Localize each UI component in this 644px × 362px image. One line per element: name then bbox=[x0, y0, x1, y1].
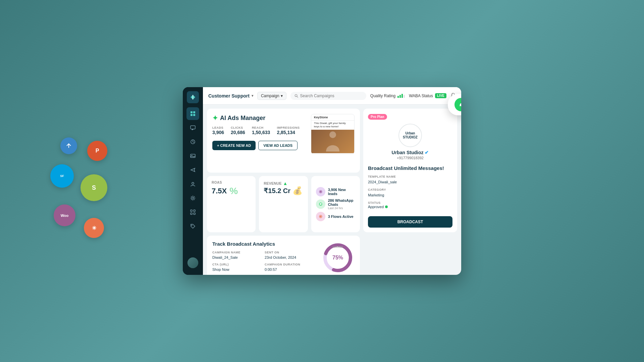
svg-rect-5 bbox=[193, 114, 195, 116]
wa-icon-large bbox=[454, 98, 461, 111]
analytics-card: Track Broadcast Analytics CAMPAIGN NAME … bbox=[207, 236, 360, 275]
sidebar-item-settings[interactable] bbox=[186, 192, 199, 204]
sidebar-item-tags[interactable] bbox=[186, 220, 199, 233]
broadcast-button[interactable]: BROADCAST bbox=[368, 216, 452, 228]
whatsapp-chats-icon bbox=[316, 199, 325, 209]
sent-on-item: SENT ON 23rd October, 2024 bbox=[265, 251, 314, 260]
search-input[interactable] bbox=[300, 94, 362, 98]
sidebar-item-broadcast[interactable] bbox=[186, 164, 199, 176]
category-info: CATEGORY Marketing bbox=[368, 188, 452, 198]
clicks-label: CLICKS bbox=[231, 126, 245, 129]
ad-preview-footer: Find your dream home WhatsApp bbox=[311, 153, 354, 154]
template-name-label: TEMPLATE NAME bbox=[368, 175, 452, 178]
ai-ads-stats: LEADS 3,906 CLICKS 20,686 REACH 1,50,633 bbox=[212, 126, 306, 135]
brand-logo-container: UrbanSTUDIOZ bbox=[368, 124, 452, 147]
title-dropdown-icon[interactable]: ▾ bbox=[252, 94, 253, 98]
cta-label: CTA (URL) bbox=[212, 263, 262, 266]
sidebar-item-media[interactable] bbox=[186, 149, 199, 162]
clicks-value: 20,686 bbox=[231, 130, 245, 135]
sent-on-label: SENT ON bbox=[265, 251, 314, 254]
stat-leads: LEADS 3,906 bbox=[212, 126, 224, 135]
reach-value: 1,50,633 bbox=[252, 130, 270, 135]
roas-percent-symbol: % bbox=[229, 186, 238, 196]
svg-point-11 bbox=[192, 197, 194, 199]
sent-on-value: 23rd October, 2024 bbox=[265, 255, 296, 259]
header: Customer Support ▾ Campaign ▾ Quality Ra… bbox=[203, 87, 461, 105]
flows-active: 3 Flows Active bbox=[328, 215, 354, 219]
activity-card: 3,906 New leads 286 WhatsA bbox=[311, 176, 360, 233]
sidebar-item-history[interactable] bbox=[186, 135, 199, 148]
roas-card: ROAS 7.5X % bbox=[207, 176, 256, 233]
ai-ads-buttons: + CREATE NEW AD VIEW AD LEADS bbox=[212, 141, 306, 150]
impressions-label: IMPRESSIONS bbox=[277, 126, 300, 129]
cta-value: Shop Now bbox=[212, 267, 229, 272]
svg-rect-13 bbox=[194, 210, 195, 212]
svg-point-16 bbox=[192, 225, 193, 226]
ad-preview-header: KeyStone bbox=[311, 114, 354, 121]
svg-line-18 bbox=[297, 96, 298, 97]
broadcast-title: Broadcast Unlimited Messages! bbox=[368, 165, 452, 171]
stat-impressions: IMPRESSIONS 2,85,134 bbox=[277, 126, 300, 135]
whatsapp-chats-sub: Last 24 hrs bbox=[328, 206, 355, 210]
content-area: ✦ AI Ads Manager LEADS 3,906 CLICKS 20,6… bbox=[203, 105, 461, 275]
view-ad-leads-button[interactable]: VIEW AD LEADS bbox=[258, 141, 298, 150]
woo-label: Woo bbox=[61, 214, 69, 218]
ad-tagline: This Diwali, gift your family keys to a … bbox=[311, 121, 354, 130]
pro-plan-panel: Pro Plan UrbanSTUDIOZ Urban Studioz ✔ +9… bbox=[363, 109, 457, 232]
status-value: Approved bbox=[368, 205, 384, 209]
donut-chart-container: CLICKED 75% bbox=[321, 241, 355, 275]
roas-value: 7.5X bbox=[212, 187, 227, 195]
duration-item: CAMPAIGN DURATION 0:00:57 bbox=[265, 263, 314, 272]
svg-rect-3 bbox=[193, 111, 195, 113]
leads-label: LEADS bbox=[212, 126, 224, 129]
ai-ads-title-text: AI Ads Manager bbox=[220, 115, 265, 122]
ad-brand: KeyStone bbox=[314, 116, 328, 119]
stat-clicks: CLICKS 20,686 bbox=[231, 126, 245, 135]
campaign-button[interactable]: Campaign ▾ bbox=[257, 92, 286, 100]
sidebar-item-integrations[interactable] bbox=[186, 206, 199, 219]
svg-rect-2 bbox=[191, 111, 193, 113]
activity-flows: 3 Flows Active bbox=[316, 212, 355, 221]
revenue-up-icon: ▲ bbox=[283, 181, 288, 186]
sidebar-item-chat[interactable] bbox=[186, 121, 199, 134]
sidebar-item-dashboard[interactable] bbox=[186, 107, 199, 120]
brand-name-text: Urban Studioz bbox=[392, 150, 424, 155]
revenue-label: Revenue bbox=[264, 181, 281, 185]
ai-ads-left: ✦ AI Ads Manager LEADS 3,906 CLICKS 20,6… bbox=[212, 114, 306, 150]
user-avatar[interactable] bbox=[187, 257, 198, 268]
analytics-meta: CAMPAIGN NAME Diwali_24_Sale SENT ON 23r… bbox=[212, 251, 314, 272]
svg-point-19 bbox=[329, 131, 336, 138]
qbar-4 bbox=[404, 95, 405, 98]
qbar-1 bbox=[397, 96, 399, 98]
waba-status-area: WABA Status LIVE bbox=[409, 93, 446, 98]
page-title: Customer Support bbox=[208, 93, 250, 99]
new-leads-icon bbox=[316, 187, 325, 196]
sidebar-item-people[interactable] bbox=[186, 178, 199, 190]
svg-point-21 bbox=[320, 191, 321, 192]
analytics-title: Track Broadcast Analytics bbox=[212, 241, 314, 247]
revenue-card: Revenue ▲ ₹15.2 Cr 💰 bbox=[259, 176, 308, 233]
reach-label: REACH bbox=[252, 126, 270, 129]
svg-rect-4 bbox=[191, 114, 193, 116]
brand-logo: UrbanSTUDIOZ bbox=[398, 124, 422, 147]
main-container: SF P S Woo ✳ bbox=[0, 0, 644, 362]
quality-rating-label: Quality Rating bbox=[370, 94, 395, 98]
live-badge: LIVE bbox=[435, 93, 446, 98]
impressions-value: 2,85,134 bbox=[277, 130, 295, 135]
template-name-value: 2024_Diwali_sale bbox=[368, 180, 397, 184]
category-value: Marketing bbox=[368, 193, 384, 197]
rupee-coin-icon: 💰 bbox=[292, 186, 303, 195]
ai-ads-title: ✦ AI Ads Manager bbox=[212, 114, 306, 122]
template-info: TEMPLATE NAME 2024_Diwali_sale bbox=[368, 175, 452, 185]
integration-icon-blue bbox=[60, 137, 77, 154]
campaign-dropdown-icon: ▾ bbox=[281, 94, 283, 98]
create-new-ad-button[interactable]: + CREATE NEW AD bbox=[212, 141, 256, 150]
search-icon bbox=[294, 94, 298, 98]
status-approved: Approved bbox=[368, 205, 452, 209]
integration-icon-shopify: S bbox=[80, 174, 107, 201]
verified-icon: ✔ bbox=[425, 150, 429, 155]
qbar-2 bbox=[399, 95, 401, 98]
svg-text:CLICKED: CLICKED bbox=[332, 246, 343, 248]
svg-rect-8 bbox=[191, 154, 195, 158]
campaign-btn-label: Campaign bbox=[261, 94, 279, 98]
